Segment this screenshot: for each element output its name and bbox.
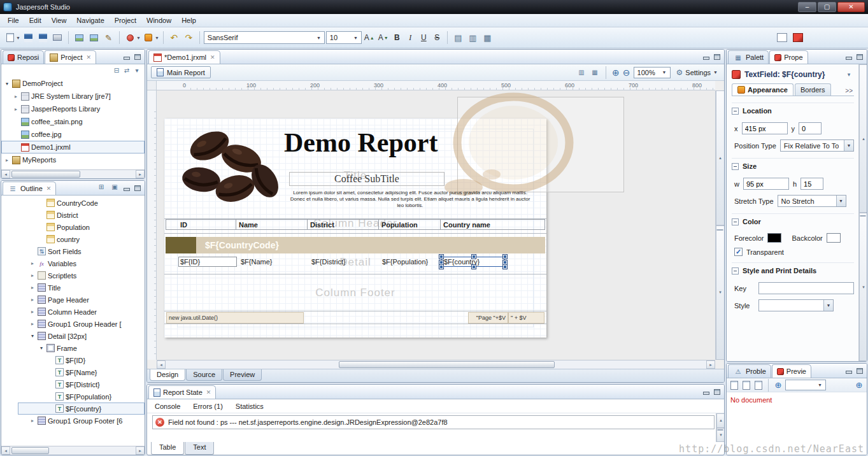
save-all-icon[interactable] (36, 31, 50, 45)
thumbnail-view-icon[interactable]: ▣ (110, 182, 120, 192)
vertical-ruler[interactable] (147, 90, 157, 360)
textfield-population[interactable]: $F{Population} (382, 257, 428, 267)
tree-item[interactable]: $F{country} (18, 403, 145, 415)
tree-view-icon[interactable]: ⊞ (96, 182, 106, 192)
image-tool2-icon[interactable] (87, 31, 101, 45)
close-button[interactable] (837, 2, 865, 12)
link-editor-icon[interactable]: ⇄ (122, 65, 132, 75)
selection-handle[interactable] (472, 265, 476, 269)
preview-zoom-select[interactable]: ▼ (785, 380, 826, 390)
strikethrough-button[interactable]: S (431, 32, 443, 44)
tree-arrow-icon[interactable] (38, 345, 45, 351)
selection-handle[interactable] (439, 255, 443, 259)
view-menu-icon[interactable]: ▾ (132, 65, 142, 75)
scroll-down-icon[interactable]: ▾ (859, 213, 867, 361)
report-title-text[interactable]: Demo Report (284, 127, 438, 158)
collapse-icon[interactable] (732, 163, 739, 170)
selection-handle[interactable] (439, 265, 443, 269)
maximize-icon[interactable] (856, 367, 864, 374)
page-format-icon[interactable]: ▥ (576, 68, 587, 78)
vertical-scrollbar[interactable]: ▴ ▾ (716, 413, 724, 442)
height-input[interactable] (800, 178, 823, 190)
font-size-select[interactable]: 10▼ (326, 31, 362, 44)
maximize-icon[interactable] (856, 53, 864, 61)
redo-icon[interactable] (182, 31, 196, 45)
textfield-name[interactable]: $F{Name} (241, 257, 273, 267)
main-report-button[interactable]: Main Report (151, 66, 211, 78)
style-select[interactable]: ▼ (758, 299, 834, 311)
tree-item[interactable]: DemoProject (1, 77, 145, 90)
undo-icon[interactable] (167, 31, 181, 45)
footer-page-number-field[interactable]: " + $V (508, 312, 544, 324)
font-family-select[interactable]: SansSerif▼ (204, 31, 325, 44)
align-grid-icon[interactable] (452, 31, 465, 45)
tree-arrow-icon[interactable] (29, 260, 36, 266)
scroll-left-icon[interactable]: ◂ (1, 446, 10, 455)
tree-item[interactable]: $F{ID} (18, 354, 145, 366)
minimize-button[interactable] (798, 2, 816, 12)
export-document-icon[interactable] (741, 380, 751, 390)
band-separator[interactable] (164, 324, 546, 324)
tree-item[interactable]: Variables (18, 257, 145, 269)
column-header-cell[interactable]: Country name (441, 219, 545, 230)
tree-arrow-icon[interactable] (29, 273, 36, 278)
maximize-icon[interactable] (713, 53, 721, 61)
y-position-input[interactable] (799, 122, 822, 134)
show-grid-icon[interactable]: ▦ (590, 68, 600, 78)
report-state-subtab[interactable]: Errors (1) (193, 403, 222, 410)
zoom-level-select[interactable]: 100%▼ (634, 67, 671, 78)
key-input[interactable] (758, 282, 854, 294)
width-input[interactable] (743, 178, 789, 190)
tree-item[interactable]: CountryCode (18, 197, 145, 209)
tab-project-explorer[interactable]: Project (45, 50, 96, 64)
tab-appearance[interactable]: Appearance (732, 83, 793, 96)
close-icon[interactable] (210, 54, 215, 61)
textfield-country-selected[interactable]: $F{country} (441, 257, 505, 267)
tree-item[interactable]: coffee.jpg (1, 128, 145, 141)
tree-arrow-icon[interactable] (13, 94, 19, 99)
record-icon[interactable] (124, 31, 137, 45)
image-tool-icon[interactable] (73, 31, 86, 45)
collapse-icon[interactable] (732, 218, 739, 225)
tree-arrow-icon[interactable] (13, 106, 19, 112)
zoom-out-icon[interactable] (623, 68, 630, 78)
tree-arrow-icon[interactable] (29, 321, 36, 327)
tree-item[interactable]: Group1 Group Header [ (18, 318, 145, 330)
minimize-icon[interactable] (702, 388, 710, 395)
tab-repository-explorer[interactable]: Reposi (3, 50, 44, 64)
close-icon[interactable] (46, 185, 52, 192)
tree-item[interactable]: JRE System Library [jre7] (1, 90, 145, 103)
jaspersoft-perspective-icon[interactable] (791, 31, 804, 45)
tree-item[interactable]: MyReports (1, 153, 145, 166)
print-icon[interactable] (51, 31, 64, 45)
scroll-up-icon[interactable]: ▴ (859, 64, 867, 213)
tree-item[interactable]: coffee_stain.png (1, 115, 145, 128)
italic-button[interactable]: I (404, 32, 416, 44)
tab-properties[interactable]: Prope (769, 50, 808, 64)
selection-handle[interactable] (503, 255, 507, 259)
tree-arrow-icon[interactable] (4, 157, 10, 163)
pencil-icon[interactable] (102, 31, 115, 45)
position-grid-icon[interactable] (466, 31, 480, 45)
font-increase-button[interactable]: A▲ (363, 33, 376, 42)
tree-item[interactable]: Population (18, 221, 145, 233)
minimize-icon[interactable] (845, 367, 853, 374)
scroll-up-icon[interactable]: ▴ (716, 90, 724, 225)
tree-arrow-icon[interactable] (29, 333, 36, 339)
group-header-band[interactable]: $F{CountryCode} (166, 237, 545, 253)
tree-arrow-icon[interactable] (4, 81, 10, 87)
collapse-all-icon[interactable]: ⊟ (111, 65, 122, 75)
column-header-cell[interactable]: ID (166, 219, 236, 230)
minimize-icon[interactable] (702, 53, 710, 61)
underline-button[interactable]: U (418, 32, 430, 44)
zoom-in-icon[interactable] (773, 380, 783, 390)
tab-palette[interactable]: ▦ Palett (728, 50, 769, 64)
selection-handle[interactable] (439, 260, 443, 264)
bold-button[interactable]: B (391, 32, 403, 44)
tree-item[interactable]: $F{Population} (18, 390, 145, 403)
report-paragraph-text[interactable]: Lorem ipsum dolor sit amet, consectetur … (287, 190, 534, 209)
band-separator[interactable] (164, 274, 546, 274)
maximize-icon[interactable] (134, 185, 141, 192)
new-dropdown-icon[interactable]: ▼ (16, 36, 20, 40)
settings-menu[interactable]: Settings ▼ (674, 68, 720, 77)
